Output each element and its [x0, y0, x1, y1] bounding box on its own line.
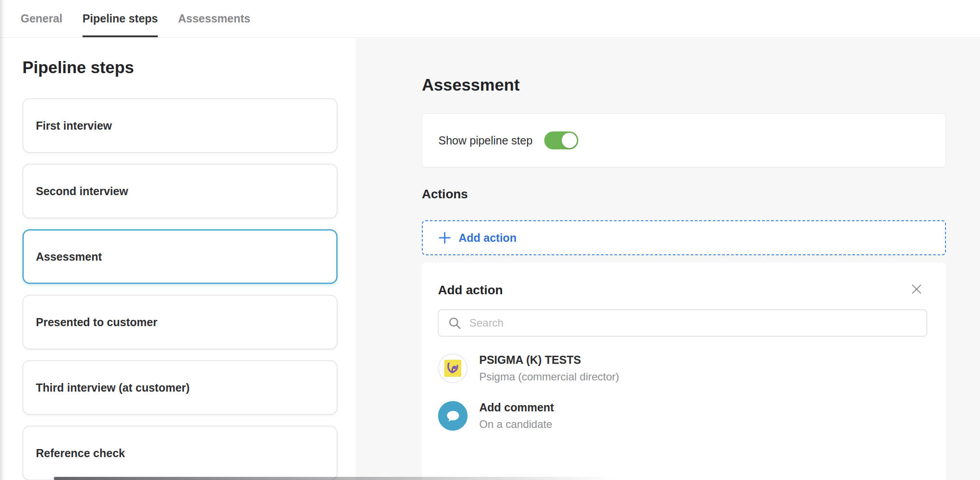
step-card-second-interview[interactable]: Second interview: [22, 164, 338, 218]
action-item-title: PSIGMA (K) TESTS: [479, 353, 619, 367]
step-card-first-interview[interactable]: First interview: [22, 98, 338, 153]
settings-page: General Pipeline steps Assessments Pipel…: [0, 0, 980, 480]
step-card-presented-to-customer[interactable]: Presented to customer: [22, 295, 338, 349]
add-action-panel-title: Add action: [438, 283, 503, 297]
step-detail-title: Assessment: [422, 75, 946, 96]
action-item-subtitle: Psigma (commercial director): [479, 371, 619, 383]
action-item-psigma[interactable]: PSIGMA (K) TESTS Psigma (commercial dire…: [438, 353, 927, 383]
step-card-assessment[interactable]: Assessment: [22, 229, 338, 284]
pipeline-steps-title: Pipeline steps: [22, 58, 356, 78]
action-search-box: [438, 310, 927, 336]
pipeline-steps-list: First interview Second interview Assessm…: [22, 98, 338, 480]
search-icon: [447, 316, 462, 331]
add-action-button-label: Add action: [459, 231, 516, 244]
show-pipeline-step-label: Show pipeline step: [438, 134, 533, 147]
plus-icon: [438, 231, 451, 244]
actions-heading: Actions: [422, 187, 946, 201]
psigma-logo-icon: [438, 353, 468, 383]
step-card-reference-check[interactable]: Reference check: [22, 426, 338, 480]
action-search-input[interactable]: [469, 317, 918, 329]
settings-tabbar: General Pipeline steps Assessments: [0, 0, 980, 38]
tab-general[interactable]: General: [21, 0, 62, 37]
tab-assessments[interactable]: Assessments: [178, 0, 250, 37]
show-pipeline-step-card: Show pipeline step: [422, 113, 946, 167]
pipeline-steps-panel: Pipeline steps First interview Second in…: [0, 38, 356, 480]
add-action-panel: Add action: [422, 262, 946, 480]
comment-icon: [438, 401, 468, 431]
step-detail-panel: Assessment Show pipeline step Actions Ad…: [356, 38, 980, 480]
action-item-add-comment[interactable]: Add comment On a candidate: [438, 401, 927, 431]
tab-pipeline-steps[interactable]: Pipeline steps: [82, 0, 158, 37]
step-card-third-interview[interactable]: Third interview (at customer): [22, 360, 338, 415]
toggle-knob: [562, 133, 577, 148]
show-pipeline-step-toggle[interactable]: [544, 131, 578, 149]
action-item-subtitle: On a candidate: [479, 418, 554, 431]
close-icon[interactable]: [910, 282, 924, 298]
action-list: PSIGMA (K) TESTS Psigma (commercial dire…: [438, 353, 927, 431]
action-item-title: Add comment: [479, 401, 554, 414]
add-action-button[interactable]: Add action: [422, 220, 946, 255]
